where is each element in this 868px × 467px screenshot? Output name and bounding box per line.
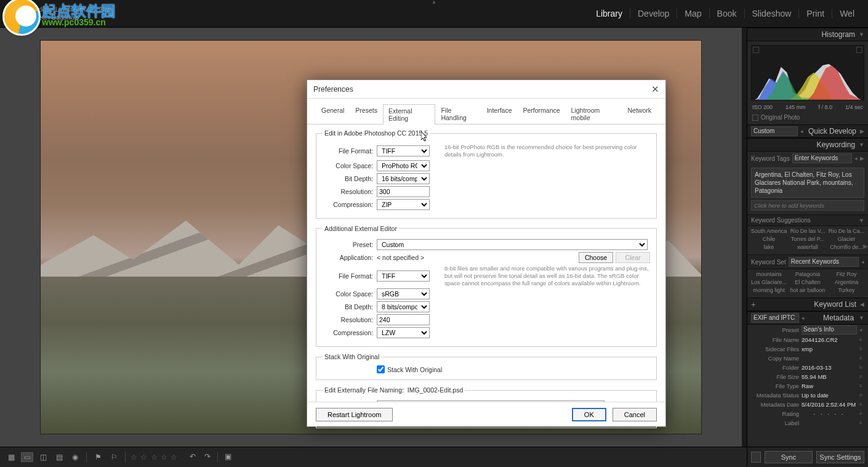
panel-header-keywording[interactable]: Keywording ▼: [747, 138, 868, 152]
add-keywords-input[interactable]: Click here to add keywords: [751, 200, 864, 211]
clipping-highlight-icon[interactable]: [856, 47, 862, 53]
metadata-action-icon[interactable]: ≡: [859, 355, 864, 361]
preset-select[interactable]: Custom: [377, 239, 648, 250]
metadata-action-icon[interactable]: ≡: [859, 383, 864, 389]
tab-presets[interactable]: Presets: [350, 104, 383, 124]
kw-suggestion[interactable]: Torres del P...: [789, 235, 827, 243]
collapse-right-icon[interactable]: ▶: [863, 234, 868, 258]
metadata-header[interactable]: EXIF and IPTC ◂ Metadata ▼: [747, 311, 868, 325]
keyword-tags-mode[interactable]: Enter Keywords: [792, 153, 852, 163]
color-space-select[interactable]: ProPhoto RGB: [377, 160, 430, 171]
stack-original-checkbox[interactable]: [377, 365, 385, 373]
file-format-select[interactable]: TIFF: [377, 145, 430, 156]
metadata-value[interactable]: 5/4/2016 2:52:44 PM: [802, 401, 857, 408]
metadata-action-icon[interactable]: ≡: [859, 374, 864, 380]
chevron-icon[interactable]: ◂: [802, 315, 805, 321]
kw-suggestion[interactable]: Rio De la Ca...: [827, 227, 866, 235]
module-print[interactable]: Print: [799, 9, 832, 18]
metadata-value[interactable]: 2044126.CR2: [802, 336, 857, 343]
compression-select[interactable]: ZIP: [377, 199, 430, 210]
compression2-select[interactable]: LZW: [377, 327, 430, 338]
kw-suggestion[interactable]: Rio De las V...: [789, 227, 827, 235]
kw-set-item[interactable]: Los Glaciare...: [750, 278, 788, 286]
metadata-value[interactable]: Up to date: [802, 392, 857, 399]
kw-set-item[interactable]: El Chalten: [789, 278, 827, 286]
clear-button[interactable]: Clear: [616, 252, 650, 263]
resolution2-input[interactable]: [377, 314, 430, 325]
chevron-icon[interactable]: ◂: [859, 327, 864, 333]
module-book[interactable]: Book: [710, 9, 745, 18]
flag-reject-icon[interactable]: ⚐: [108, 452, 120, 462]
tab-general[interactable]: General: [316, 104, 350, 124]
sync-button[interactable]: Sync: [765, 451, 813, 463]
panel-header-keyword-list[interactable]: + Keyword List ◀: [747, 298, 868, 311]
kw-suggestion[interactable]: Chile: [750, 235, 788, 243]
metadata-value[interactable]: · · · · ·: [802, 410, 857, 417]
metadata-action-icon[interactable]: ≡: [859, 420, 864, 426]
kw-set-item[interactable]: mountains: [750, 270, 788, 278]
panel-header-histogram[interactable]: Histogram ▼: [747, 28, 868, 41]
bit-depth-select[interactable]: 16 bits/component: [377, 173, 430, 184]
tab-external-editing[interactable]: External Editing: [383, 104, 435, 124]
tab-file-handling[interactable]: File Handling: [435, 104, 481, 124]
people-view-icon[interactable]: ◉: [69, 452, 81, 462]
kw-suggestion[interactable]: waterfall: [789, 243, 827, 251]
restart-lightroom-button[interactable]: Restart Lightroom: [316, 408, 393, 421]
loupe-view-icon[interactable]: ▭: [21, 452, 33, 462]
file-format2-select[interactable]: TIFF: [377, 270, 430, 282]
keyword-suggestions-header[interactable]: Keyword Suggestions ▼: [747, 214, 868, 226]
close-icon[interactable]: ✕: [651, 84, 659, 95]
metadata-preset-value[interactable]: Sean's Info: [802, 325, 857, 335]
metadata-action-icon[interactable]: ≡: [859, 346, 864, 352]
tab-network[interactable]: Network: [622, 104, 657, 124]
metadata-action-icon[interactable]: ≡: [859, 365, 864, 370]
kw-suggestion[interactable]: South America: [750, 227, 788, 235]
resolution-input[interactable]: [377, 186, 430, 197]
chevron-icon[interactable]: ▶: [860, 155, 864, 161]
rotate-ccw-icon[interactable]: ↶: [187, 452, 199, 461]
module-develop[interactable]: Develop: [630, 9, 677, 18]
grid-view-icon[interactable]: ▦: [5, 452, 17, 462]
kw-set-item[interactable]: Argentina: [827, 278, 866, 286]
cancel-button[interactable]: Cancel: [613, 408, 657, 421]
keywords-textarea[interactable]: Argentina, El Chalten, Fitz Roy, Los Gla…: [751, 168, 864, 198]
kw-set-item[interactable]: Turkey: [827, 286, 866, 294]
chevron-icon[interactable]: ◂: [861, 259, 864, 265]
metadata-action-icon[interactable]: ≡: [859, 411, 864, 416]
metadata-value[interactable]: 55.94 MB: [802, 373, 857, 380]
kw-suggestion[interactable]: Glacier: [827, 235, 866, 243]
kw-set-item[interactable]: hot air balloon: [789, 286, 827, 294]
keyword-set-mode[interactable]: Recent Keywords: [789, 257, 859, 267]
collapse-top-icon[interactable]: ▲: [422, 0, 446, 4]
kw-suggestion[interactable]: Chorrillo de...: [827, 243, 866, 251]
ok-button[interactable]: OK: [572, 408, 606, 421]
metadata-action-icon[interactable]: ≡: [859, 402, 864, 407]
tab-interface[interactable]: Interface: [481, 104, 518, 124]
sync-settings-button[interactable]: Sync Settings: [816, 451, 864, 463]
tab-performance[interactable]: Performance: [518, 104, 566, 124]
flag-pick-icon[interactable]: ⚑: [92, 452, 104, 462]
quick-develop-preset[interactable]: Custom: [751, 126, 798, 136]
original-photo-row[interactable]: Original Photo: [747, 113, 868, 124]
module-slideshow[interactable]: Slideshow: [745, 9, 800, 18]
rotate-cw-icon[interactable]: ↷: [201, 452, 214, 461]
kw-suggestion[interactable]: lake: [750, 243, 788, 251]
tab-lightroom-mobile[interactable]: Lightroom mobile: [566, 104, 622, 124]
histogram-display[interactable]: [751, 45, 864, 100]
survey-view-icon[interactable]: ▤: [53, 452, 65, 462]
metadata-value[interactable]: Raw: [802, 383, 857, 389]
bit-depth2-select[interactable]: 8 bits/component: [377, 301, 430, 312]
metadata-action-icon[interactable]: ≡: [859, 392, 864, 398]
rating-stars[interactable]: ☆ ☆ ☆ ☆ ☆: [131, 453, 178, 461]
compare-view-icon[interactable]: ◫: [37, 452, 49, 462]
color-space2-select[interactable]: sRGB: [377, 288, 430, 299]
kw-set-item[interactable]: morning light: [750, 286, 788, 294]
module-web[interactable]: Wel: [832, 9, 862, 18]
metadata-value[interactable]: 2016-03-13: [802, 364, 857, 371]
kw-set-item[interactable]: Fitz Roy: [827, 270, 866, 278]
metadata-action-icon[interactable]: ≡: [859, 337, 864, 343]
add-icon[interactable]: +: [751, 300, 756, 309]
crop-icon[interactable]: ▣: [222, 452, 234, 461]
sync-toggle-icon[interactable]: [751, 452, 761, 463]
chevron-icon[interactable]: ◂: [854, 155, 858, 161]
